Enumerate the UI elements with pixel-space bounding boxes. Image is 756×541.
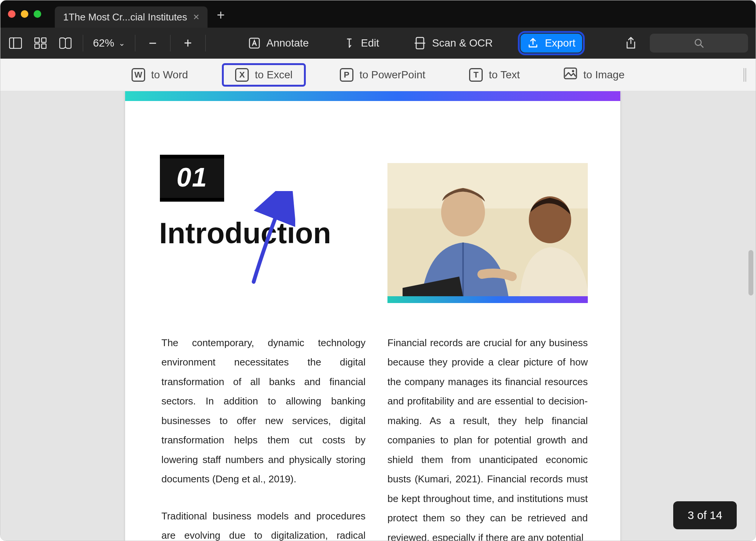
- edit-label: Edit: [361, 37, 379, 49]
- export-subtoolbar: W to Word X to Excel P to PowerPoint T t…: [0, 59, 756, 91]
- separator: [170, 35, 170, 51]
- toolbar-actions: Annotate Edit Scan & OCR Export: [215, 34, 608, 53]
- svg-rect-0: [9, 38, 22, 48]
- svg-point-17: [529, 196, 571, 243]
- export-to-excel-button[interactable]: X to Excel: [222, 63, 306, 87]
- document-viewport[interactable]: 01 Introduction: [0, 91, 756, 541]
- section-number: 01: [160, 159, 224, 198]
- to-image-label: to Image: [583, 69, 624, 81]
- hero-image-block: [387, 163, 588, 303]
- svg-rect-12: [564, 68, 576, 79]
- svg-point-13: [572, 70, 574, 72]
- export-icon: [527, 37, 539, 49]
- export-to-text-button[interactable]: T to Text: [459, 64, 530, 86]
- page-header-gradient: [125, 91, 620, 101]
- paragraph: Financial records are crucial for any bu…: [387, 333, 588, 541]
- minimize-window-button[interactable]: [21, 10, 28, 18]
- reader-view-icon[interactable]: [58, 36, 73, 51]
- text-icon: T: [469, 68, 483, 82]
- zoom-out-button[interactable]: −: [145, 35, 160, 51]
- search-input[interactable]: [650, 34, 748, 53]
- window-titlebar: 1The Most Cr...cial Institutes × +: [0, 0, 756, 28]
- edit-button[interactable]: Edit: [337, 34, 386, 53]
- separator: [205, 35, 206, 51]
- svg-line-11: [700, 45, 703, 47]
- thumbnails-icon[interactable]: [33, 36, 48, 51]
- annotate-button[interactable]: Annotate: [242, 34, 316, 53]
- paragraph: Traditional business models and procedur…: [161, 507, 366, 541]
- close-window-button[interactable]: [8, 10, 15, 18]
- separator: [135, 35, 135, 51]
- page-indicator-text: 3 of 14: [688, 509, 722, 521]
- section-number-badge: 01: [160, 155, 224, 202]
- tab-title: 1The Most Cr...cial Institutes: [63, 11, 187, 23]
- chevron-down-icon: ⌄: [119, 39, 125, 48]
- pdf-page: 01 Introduction: [125, 91, 620, 541]
- section-title: Introduction: [159, 216, 331, 250]
- word-icon: W: [132, 68, 145, 82]
- svg-rect-3: [42, 38, 46, 42]
- view-mode-group: [8, 36, 73, 51]
- body-column-right: Financial records are crucial for any bu…: [387, 333, 588, 541]
- separator: [83, 35, 83, 51]
- panel-drag-handle[interactable]: [744, 68, 747, 82]
- document-tab[interactable]: 1The Most Cr...cial Institutes ×: [55, 6, 208, 28]
- export-to-image-button[interactable]: to Image: [554, 64, 634, 86]
- window-controls: [8, 10, 41, 18]
- annotate-label: Annotate: [266, 37, 309, 49]
- page-indicator: 3 of 14: [673, 501, 737, 529]
- paragraph: The contemporary, dynamic technology env…: [161, 333, 366, 489]
- to-word-label: to Word: [151, 69, 188, 81]
- export-label: Export: [545, 37, 575, 49]
- scan-ocr-button[interactable]: Scan & OCR: [407, 34, 499, 53]
- svg-rect-4: [35, 44, 39, 48]
- scrollbar-thumb[interactable]: [748, 250, 753, 295]
- fullscreen-window-button[interactable]: [34, 10, 41, 18]
- to-powerpoint-label: to PowerPoint: [359, 69, 425, 81]
- share-icon[interactable]: [623, 36, 638, 51]
- annotate-icon: [248, 37, 260, 49]
- export-to-powerpoint-button[interactable]: P to PowerPoint: [330, 64, 435, 86]
- to-excel-label: to Excel: [255, 69, 293, 81]
- export-to-word-button[interactable]: W to Word: [122, 64, 198, 86]
- image-icon: [564, 67, 577, 82]
- new-tab-button[interactable]: +: [217, 7, 225, 23]
- scan-ocr-label: Scan & OCR: [432, 37, 493, 49]
- hero-photo: [387, 163, 588, 296]
- body-column-left: The contemporary, dynamic technology env…: [161, 333, 366, 541]
- zoom-dropdown[interactable]: 62% ⌄: [93, 37, 125, 49]
- main-toolbar: 62% ⌄ − + Annotate Edit Scan & OCR Expor…: [0, 28, 756, 59]
- edit-icon: [344, 37, 355, 49]
- scan-icon: [414, 37, 426, 50]
- close-tab-icon[interactable]: ×: [193, 12, 199, 22]
- photo-gradient-underline: [387, 296, 588, 303]
- powerpoint-icon: P: [340, 68, 353, 82]
- zoom-value: 62%: [93, 37, 114, 49]
- zoom-in-button[interactable]: +: [180, 35, 195, 51]
- search-icon: [694, 38, 704, 48]
- svg-rect-2: [35, 38, 39, 42]
- sidebar-toggle-icon[interactable]: [8, 36, 23, 51]
- export-button[interactable]: Export: [521, 34, 582, 53]
- excel-icon: X: [235, 68, 249, 82]
- to-text-label: to Text: [489, 69, 520, 81]
- svg-rect-5: [42, 44, 46, 48]
